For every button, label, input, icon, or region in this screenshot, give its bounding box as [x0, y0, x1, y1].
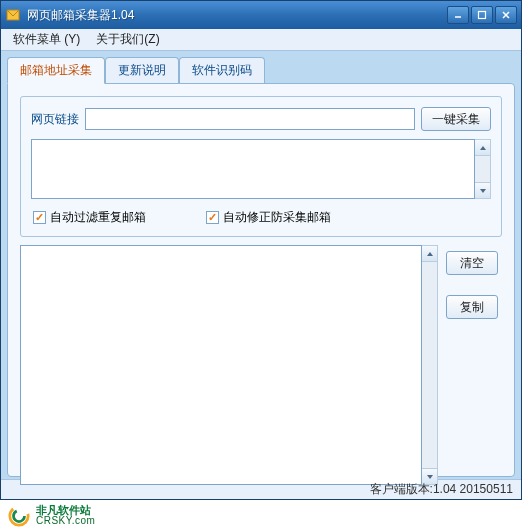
copy-button[interactable]: 复制 — [446, 295, 498, 319]
checkbox-icon — [206, 211, 219, 224]
check-filter-label: 自动过滤重复邮箱 — [50, 209, 146, 226]
svg-rect-2 — [479, 12, 486, 19]
menu-software[interactable]: 软件菜单 (Y) — [5, 29, 88, 50]
collect-button[interactable]: 一键采集 — [421, 107, 491, 131]
results-wrap — [20, 245, 438, 485]
checkbox-row: 自动过滤重复邮箱 自动修正防采集邮箱 — [31, 209, 491, 226]
check-filter-duplicates[interactable]: 自动过滤重复邮箱 — [33, 209, 146, 226]
check-fix-label: 自动修正防采集邮箱 — [223, 209, 331, 226]
scroll-up-icon[interactable] — [422, 246, 437, 262]
menubar: 软件菜单 (Y) 关于我们(Z) — [1, 29, 521, 51]
titlebar: 网页邮箱采集器1.04 — [1, 1, 521, 29]
maximize-button[interactable] — [471, 6, 493, 24]
input-group: 网页链接 一键采集 自动过滤重复邮箱 — [20, 96, 502, 237]
checkbox-icon — [33, 211, 46, 224]
scroll-track[interactable] — [422, 262, 437, 468]
footer-text: 非凡软件站 CRSKY.com — [36, 505, 95, 526]
menu-about[interactable]: 关于我们(Z) — [88, 29, 167, 50]
site-logo-icon — [8, 505, 30, 527]
check-fix-anti-collect[interactable]: 自动修正防采集邮箱 — [206, 209, 331, 226]
tab-update-notes[interactable]: 更新说明 — [105, 57, 179, 83]
app-icon — [5, 7, 21, 23]
url-input[interactable] — [85, 108, 415, 130]
url-row: 网页链接 一键采集 — [31, 107, 491, 131]
tab-panel: 网页链接 一键采集 自动过滤重复邮箱 — [7, 83, 515, 477]
results-scrollbar[interactable] — [422, 245, 438, 485]
scroll-up-icon[interactable] — [475, 140, 490, 156]
window-title: 网页邮箱采集器1.04 — [27, 7, 447, 24]
source-wrap — [31, 139, 491, 199]
tab-strip: 邮箱地址采集 更新说明 软件识别码 — [7, 57, 515, 83]
source-textarea[interactable] — [31, 139, 475, 199]
tab-email-collect[interactable]: 邮箱地址采集 — [7, 57, 105, 84]
clear-button[interactable]: 清空 — [446, 251, 498, 275]
scroll-track[interactable] — [475, 156, 490, 182]
minimize-button[interactable] — [447, 6, 469, 24]
footer-site-domain: CRSKY.com — [36, 516, 95, 526]
source-scrollbar[interactable] — [475, 139, 491, 199]
page-footer: 非凡软件站 CRSKY.com — [0, 500, 522, 531]
window-controls — [447, 6, 517, 24]
svg-point-6 — [14, 510, 25, 521]
status-text: 客户端版本:1.04 20150511 — [370, 481, 513, 498]
results-group: 清空 复制 — [20, 245, 502, 485]
scroll-down-icon[interactable] — [475, 182, 490, 198]
tab-software-id[interactable]: 软件识别码 — [179, 57, 265, 83]
client-area: 邮箱地址采集 更新说明 软件识别码 网页链接 一键采集 — [1, 51, 521, 479]
results-textarea[interactable] — [20, 245, 422, 485]
app-window: 网页邮箱采集器1.04 软件菜单 (Y) 关于我们(Z) 邮箱地址采集 更新说明… — [0, 0, 522, 500]
side-buttons: 清空 复制 — [446, 245, 502, 485]
close-button[interactable] — [495, 6, 517, 24]
url-label: 网页链接 — [31, 111, 79, 128]
